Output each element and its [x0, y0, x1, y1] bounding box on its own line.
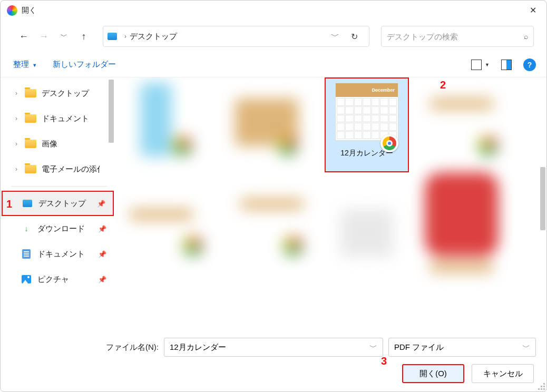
desktop-icon [22, 199, 33, 208]
picture-icon [21, 275, 32, 284]
sidebar-item-downloads[interactable]: ↓ ダウンロード 📌 [1, 216, 114, 241]
app-icon [7, 5, 17, 16]
folder-icon [25, 140, 36, 148]
sidebar-item-label: デスクトップ [38, 199, 86, 209]
recent-dropdown[interactable]: ﹀ [56, 29, 71, 44]
view-mode-button[interactable] [471, 60, 482, 70]
window-title: 開く [22, 6, 525, 15]
sidebar-item-label: ダウンロード [37, 224, 85, 234]
desktop-icon [108, 33, 117, 40]
view-dropdown[interactable]: ▼ [485, 62, 490, 67]
pin-icon[interactable]: 📌 [98, 250, 106, 258]
help-button[interactable]: ? [523, 58, 536, 71]
navigation-tree: › デスクトップ › ドキュメント › 画像 › 電子メールの添付 [1, 77, 114, 328]
filename-label: ファイル名(N): [11, 342, 159, 352]
annotation-3: 3 [381, 355, 387, 367]
file-list[interactable]: December 12月カレンダー [114, 77, 546, 328]
search-icon[interactable]: ⌕ [524, 32, 528, 41]
annotation-1: 1 [6, 198, 12, 210]
chrome-badge-icon [380, 134, 398, 152]
chevron-right-icon[interactable]: › [15, 165, 23, 173]
tree-label: 電子メールの添付 [42, 164, 100, 174]
open-button[interactable]: 開く(O) [402, 364, 464, 383]
tree-item-desktop[interactable]: › デスクトップ [1, 81, 114, 106]
pin-icon[interactable]: 📌 [97, 200, 105, 208]
breadcrumb[interactable]: › デスクトップ ﹀ ↻ [103, 26, 369, 47]
new-folder-button[interactable]: 新しいフォルダー [53, 60, 116, 70]
caret-down-icon: ▼ [32, 63, 37, 68]
chevron-right-icon[interactable]: › [15, 115, 23, 122]
pin-icon[interactable]: 📌 [98, 225, 106, 233]
content-scrollbar[interactable] [540, 77, 545, 328]
chevron-down-icon[interactable]: ﹀ [369, 342, 377, 352]
search-box[interactable]: ⌕ [381, 26, 534, 47]
breadcrumb-dropdown[interactable]: ﹀ [327, 31, 344, 42]
sidebar-item-label: ドキュメント [37, 249, 85, 259]
breadcrumb-path: デスクトップ [130, 32, 327, 42]
annotation-2: 2 [440, 79, 446, 91]
cancel-button[interactable]: キャンセル [472, 364, 534, 383]
tree-item-documents[interactable]: › ドキュメント [1, 106, 114, 131]
document-icon [21, 249, 32, 259]
organize-menu[interactable]: 整理 ▼ [13, 60, 37, 70]
search-input[interactable] [387, 32, 524, 41]
tree-label: デスクトップ [42, 89, 89, 99]
sidebar-item-pictures[interactable]: ピクチャ 📌 [1, 267, 114, 292]
folder-icon [25, 89, 36, 97]
tree-label: ドキュメント [42, 114, 89, 124]
tree-item-pictures[interactable]: › 画像 [1, 131, 114, 156]
tree-label: 画像 [42, 139, 57, 149]
back-button[interactable]: ← [16, 29, 31, 44]
filename-combobox[interactable]: 12月カレンダー ﹀ [164, 338, 383, 357]
chevron-right-icon: › [124, 33, 126, 40]
filename-value: 12月カレンダー [170, 342, 226, 352]
chevron-right-icon[interactable]: › [15, 90, 23, 97]
folder-icon [25, 165, 36, 173]
sidebar-item-desktop[interactable]: デスクトップ 📌 [2, 191, 114, 216]
sidebar-item-documents[interactable]: ドキュメント 📌 [1, 241, 114, 267]
preview-pane-button[interactable] [501, 60, 512, 70]
download-icon: ↓ [21, 224, 32, 233]
close-button[interactable]: ✕ [525, 3, 540, 18]
toolbar: 整理 ▼ 新しいフォルダー ▼ ? [1, 52, 546, 77]
thumb-month: December [372, 87, 395, 93]
tree-item-email-attachments[interactable]: › 電子メールの添付 [1, 156, 114, 182]
filter-value: PDF ファイル [394, 342, 444, 352]
file-open-dialog: 開く ✕ ← → ﹀ ↑ › デスクトップ ﹀ ↻ ⌕ 整理 ▼ 新しいフォルダ… [0, 0, 547, 392]
forward-button[interactable]: → [36, 29, 51, 44]
refresh-button[interactable]: ↻ [344, 32, 365, 42]
resize-grip[interactable] [538, 383, 545, 390]
sidebar-scrollbar[interactable] [109, 77, 114, 328]
content-area: › デスクトップ › ドキュメント › 画像 › 電子メールの添付 [1, 77, 546, 328]
file-item-selected[interactable]: December 12月カレンダー [325, 77, 409, 172]
pin-icon[interactable]: 📌 [98, 276, 106, 283]
sidebar-item-label: ピクチャ [37, 275, 69, 285]
titlebar: 開く ✕ [1, 1, 546, 21]
bottom-panel: ファイル名(N): 12月カレンダー ﹀ PDF ファイル ﹀ 開く(O) キャ… [1, 328, 546, 391]
nav-row: ← → ﹀ ↑ › デスクトップ ﹀ ↻ ⌕ [1, 21, 546, 52]
file-thumbnail: December [335, 83, 398, 141]
up-button[interactable]: ↑ [76, 29, 91, 44]
folder-icon [25, 114, 36, 123]
filetype-filter[interactable]: PDF ファイル ﹀ [388, 338, 536, 357]
chevron-down-icon[interactable]: ﹀ [522, 342, 530, 352]
chevron-right-icon[interactable]: › [15, 140, 23, 148]
divider [11, 186, 108, 187]
